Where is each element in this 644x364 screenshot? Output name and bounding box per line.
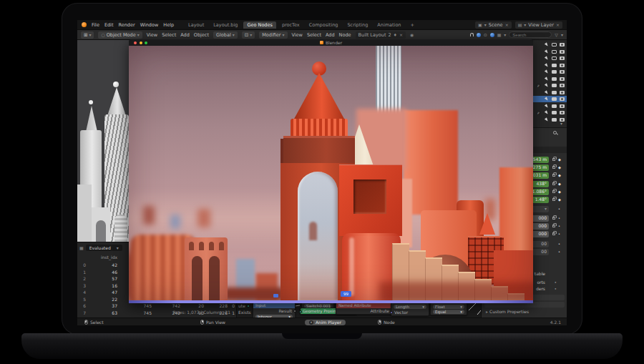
hide-viewport-icon[interactable] [552,104,557,108]
lock-icon[interactable] [552,182,555,185]
lock-icon[interactable] [552,174,555,177]
table-row[interactable]: 6 37 745 742 20 228 0 [77,302,236,309]
disable-render-icon[interactable] [560,56,565,60]
search-input[interactable] [509,31,552,38]
node-menu-select[interactable]: Select [307,32,321,38]
node-field[interactable]: Float▾ [433,305,464,309]
stop-icon[interactable]: × [309,320,313,325]
tab-compositing[interactable]: Compositing [306,21,342,29]
disable-render-icon[interactable] [560,43,565,46]
menu-help[interactable]: Help [163,22,174,28]
animate-dot-icon[interactable]: • [558,231,560,237]
close-window-button[interactable] [134,41,137,44]
keyframe-icon[interactable]: ◆ [558,164,561,171]
node-field[interactable]: Length▾ [394,305,426,309]
floating-render-window[interactable]: Blender [129,39,533,303]
tab-scripting[interactable]: Scripting [343,21,371,29]
selectable-icon[interactable] [545,83,549,87]
hide-viewport-icon[interactable] [552,84,557,87]
socket-icon[interactable] [293,310,296,313]
menu-render[interactable]: Render [118,22,135,28]
close-icon[interactable]: × [505,22,509,27]
disable-render-icon[interactable] [560,111,565,114]
socket-icon[interactable] [247,305,250,308]
lock-icon[interactable] [552,232,555,235]
column-header[interactable]: inst_idx [92,254,117,260]
lock-icon[interactable] [552,190,555,193]
filter-funnel-icon[interactable]: ▽ [555,32,558,37]
disable-render-icon[interactable] [560,64,565,67]
view-layer-selector[interactable]: ▤ ▾ View Layer × [515,21,562,29]
tab-animation[interactable]: Animation [374,21,404,29]
scene-selector[interactable]: ▣ ▾ Scene × [475,21,512,29]
socket-icon[interactable] [390,311,393,314]
disable-render-icon[interactable] [560,84,565,87]
custom-properties-panel[interactable]: ▸ Custom Properties [486,309,529,314]
node-group-selector[interactable]: Built Layout 2 ♦ × [356,31,406,39]
checkbox[interactable]: ✓ [537,84,541,88]
node-compare[interactable]: Float▾ Equal▾ [430,302,467,315]
pin-icon[interactable]: ◉ [410,32,414,37]
node-field[interactable]: Equal▾ [433,310,464,314]
animate-dot-icon[interactable]: • [558,241,560,247]
node-named-attribute[interactable]: Named Attribute Attribute [336,302,393,315]
disable-render-icon[interactable] [560,97,565,101]
hide-viewport-icon[interactable] [552,118,557,122]
zoom-window-button[interactable] [145,41,147,44]
snap-magnet-icon[interactable] [470,33,474,36]
node-menu-add[interactable]: Add [326,32,335,38]
animate-dot-icon[interactable]: • [558,223,560,230]
close-icon[interactable]: × [399,32,403,37]
selectable-icon[interactable] [545,56,549,60]
selectable-icon[interactable] [545,117,549,122]
animate-dot-icon[interactable]: • [558,206,560,212]
hide-viewport-icon[interactable] [552,111,557,114]
lock-icon[interactable] [552,225,555,227]
proportional-edit-icon[interactable]: ⊙ [484,32,487,37]
selectable-icon[interactable] [545,49,549,54]
node-menu-node[interactable]: Node [339,32,351,38]
menu-edit[interactable]: Edit [104,22,114,28]
lock-icon[interactable] [552,198,555,201]
hide-viewport-icon[interactable] [552,43,557,46]
shield-icon[interactable]: ♦ [394,32,397,37]
viewport-menu-select[interactable]: Select [162,32,176,38]
search-icon[interactable] [553,131,557,134]
disable-render-icon[interactable] [560,91,565,94]
keyframe-icon[interactable]: ◆ [558,157,561,163]
hide-viewport-icon[interactable] [552,77,557,81]
window-titlebar[interactable]: Blender [129,39,533,46]
render-3d-scene[interactable] [129,46,533,300]
hide-viewport-icon[interactable] [552,64,557,67]
selectable-icon[interactable] [545,110,549,114]
viewport-menu-add[interactable]: Add [180,32,190,38]
hide-viewport-icon[interactable] [552,97,557,101]
hide-viewport-icon[interactable] [552,91,557,94]
dot-icon[interactable]: • [554,286,557,291]
menu-file[interactable]: File [92,22,99,28]
snap-target-icon[interactable] [477,33,481,37]
selectable-icon[interactable] [545,42,549,46]
hide-viewport-icon[interactable] [552,70,557,74]
viewport-menu-view[interactable]: View [147,32,157,38]
selectable-icon[interactable] [545,97,549,101]
object-mode-dropdown[interactable]: ○ Object Mode ▾ [98,31,142,39]
tab-geo-nodes[interactable]: Geo Nodes [243,21,275,29]
tab-layout[interactable]: Layout [185,21,208,29]
lock-icon[interactable] [552,166,555,169]
checkbox[interactable]: ✓ [537,111,541,115]
lock-icon[interactable] [552,158,555,161]
tab-layout-big[interactable]: Layout.big [210,21,241,29]
disable-render-icon[interactable] [560,70,565,74]
node-editor-type-button[interactable]: ⊡ ▾ [242,31,255,39]
node-input[interactable]: Input Result Integer▾ [253,302,296,318]
node-menu-view[interactable]: View [292,32,303,38]
close-icon[interactable]: × [556,22,560,27]
material-preview-icon[interactable] [490,33,494,37]
playhead-marker[interactable] [273,294,278,297]
node-vector-math[interactable]: Length▾ Vector [391,302,429,316]
animate-dot-icon[interactable]: • [558,215,560,222]
socket-icon[interactable] [299,310,302,313]
frame-marker[interactable]: 99 [341,291,351,297]
disable-render-icon[interactable] [560,77,565,81]
